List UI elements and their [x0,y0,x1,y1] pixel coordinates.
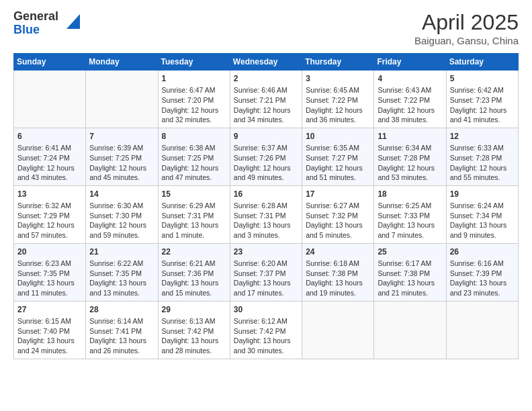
day-info: Sunrise: 6:30 AM Sunset: 7:30 PM Dayligh… [89,201,154,240]
table-row: 17Sunrise: 6:27 AM Sunset: 7:32 PM Dayli… [302,185,374,243]
table-row: 2Sunrise: 6:46 AM Sunset: 7:21 PM Daylig… [230,71,302,128]
table-row: 24Sunrise: 6:18 AM Sunset: 7:38 PM Dayli… [302,243,374,301]
calendar-week-row: 1Sunrise: 6:47 AM Sunset: 7:20 PM Daylig… [14,71,519,128]
day-number: 16 [234,189,298,199]
table-row: 30Sunrise: 6:12 AM Sunset: 7:42 PM Dayli… [230,301,302,359]
table-row: 13Sunrise: 6:32 AM Sunset: 7:29 PM Dayli… [14,185,86,243]
day-info: Sunrise: 6:18 AM Sunset: 7:38 PM Dayligh… [306,259,370,298]
day-number: 8 [162,131,226,142]
day-number: 15 [162,189,226,199]
calendar-week-row: 13Sunrise: 6:32 AM Sunset: 7:29 PM Dayli… [14,185,519,243]
table-row [374,301,446,359]
table-row [86,71,158,128]
day-number: 9 [234,131,298,142]
day-number: 12 [450,131,515,142]
day-number: 27 [17,304,82,315]
day-number: 25 [378,246,442,257]
table-row: 23Sunrise: 6:20 AM Sunset: 7:37 PM Dayli… [230,243,302,301]
logo: General Blue [13,10,80,37]
day-number: 10 [306,131,370,142]
table-row [302,301,374,359]
table-row: 5Sunrise: 6:42 AM Sunset: 7:23 PM Daylig… [446,71,518,128]
logo-triangle-icon [61,14,80,33]
day-number: 2 [234,73,298,84]
table-row: 20Sunrise: 6:23 AM Sunset: 7:35 PM Dayli… [14,243,86,301]
day-number: 23 [234,246,298,257]
day-info: Sunrise: 6:35 AM Sunset: 7:27 PM Dayligh… [306,143,370,183]
calendar-table: Sunday Monday Tuesday Wednesday Thursday… [13,53,519,359]
day-number: 13 [17,189,82,199]
month-title: April 2025 [414,10,519,35]
day-info: Sunrise: 6:25 AM Sunset: 7:33 PM Dayligh… [378,201,442,240]
page: General Blue April 2025 Baiguan, Gansu, … [0,0,532,411]
day-info: Sunrise: 6:22 AM Sunset: 7:35 PM Dayligh… [89,259,154,298]
day-number: 6 [17,131,82,142]
day-info: Sunrise: 6:23 AM Sunset: 7:35 PM Dayligh… [17,259,82,298]
day-info: Sunrise: 6:37 AM Sunset: 7:26 PM Dayligh… [234,143,298,183]
day-info: Sunrise: 6:17 AM Sunset: 7:38 PM Dayligh… [378,259,442,298]
day-number: 3 [306,73,370,84]
table-row: 18Sunrise: 6:25 AM Sunset: 7:33 PM Dayli… [374,185,446,243]
day-info: Sunrise: 6:28 AM Sunset: 7:31 PM Dayligh… [234,201,298,240]
day-info: Sunrise: 6:33 AM Sunset: 7:28 PM Dayligh… [450,143,515,183]
day-info: Sunrise: 6:20 AM Sunset: 7:37 PM Dayligh… [234,259,298,298]
day-info: Sunrise: 6:46 AM Sunset: 7:21 PM Dayligh… [234,85,298,125]
table-row: 11Sunrise: 6:34 AM Sunset: 7:28 PM Dayli… [374,128,446,185]
header-wednesday: Wednesday [230,54,302,71]
day-number: 4 [378,73,442,84]
day-info: Sunrise: 6:13 AM Sunset: 7:42 PM Dayligh… [162,316,226,356]
table-row: 21Sunrise: 6:22 AM Sunset: 7:35 PM Dayli… [86,243,158,301]
table-row: 29Sunrise: 6:13 AM Sunset: 7:42 PM Dayli… [158,301,230,359]
calendar-header-row: Sunday Monday Tuesday Wednesday Thursday… [14,54,519,71]
day-info: Sunrise: 6:16 AM Sunset: 7:39 PM Dayligh… [450,259,515,298]
location-subtitle: Baiguan, Gansu, China [414,35,519,46]
header-saturday: Saturday [446,54,518,71]
day-info: Sunrise: 6:14 AM Sunset: 7:41 PM Dayligh… [89,316,154,356]
table-row: 25Sunrise: 6:17 AM Sunset: 7:38 PM Dayli… [374,243,446,301]
table-row: 28Sunrise: 6:14 AM Sunset: 7:41 PM Dayli… [86,301,158,359]
logo-text: General Blue [13,10,58,37]
day-number: 5 [450,73,515,84]
header: General Blue April 2025 Baiguan, Gansu, … [13,10,519,46]
day-info: Sunrise: 6:24 AM Sunset: 7:34 PM Dayligh… [450,201,515,240]
day-info: Sunrise: 6:21 AM Sunset: 7:36 PM Dayligh… [162,259,226,298]
calendar-week-row: 20Sunrise: 6:23 AM Sunset: 7:35 PM Dayli… [14,243,519,301]
table-row: 10Sunrise: 6:35 AM Sunset: 7:27 PM Dayli… [302,128,374,185]
day-info: Sunrise: 6:43 AM Sunset: 7:22 PM Dayligh… [378,85,442,125]
day-info: Sunrise: 6:41 AM Sunset: 7:24 PM Dayligh… [17,143,82,183]
header-tuesday: Tuesday [158,54,230,71]
table-row: 26Sunrise: 6:16 AM Sunset: 7:39 PM Dayli… [446,243,518,301]
table-row: 6Sunrise: 6:41 AM Sunset: 7:24 PM Daylig… [14,128,86,185]
table-row: 16Sunrise: 6:28 AM Sunset: 7:31 PM Dayli… [230,185,302,243]
table-row: 12Sunrise: 6:33 AM Sunset: 7:28 PM Dayli… [446,128,518,185]
header-thursday: Thursday [302,54,374,71]
logo-general: General [13,10,58,24]
day-info: Sunrise: 6:12 AM Sunset: 7:42 PM Dayligh… [234,316,298,356]
day-info: Sunrise: 6:34 AM Sunset: 7:28 PM Dayligh… [378,143,442,183]
table-row: 15Sunrise: 6:29 AM Sunset: 7:31 PM Dayli… [158,185,230,243]
calendar-week-row: 27Sunrise: 6:15 AM Sunset: 7:40 PM Dayli… [14,301,519,359]
table-row: 8Sunrise: 6:38 AM Sunset: 7:25 PM Daylig… [158,128,230,185]
day-number: 17 [306,189,370,199]
day-number: 1 [162,73,226,84]
day-number: 30 [234,304,298,315]
logo-blue: Blue [13,24,58,37]
day-info: Sunrise: 6:15 AM Sunset: 7:40 PM Dayligh… [17,316,82,356]
day-info: Sunrise: 6:29 AM Sunset: 7:31 PM Dayligh… [162,201,226,240]
table-row: 4Sunrise: 6:43 AM Sunset: 7:22 PM Daylig… [374,71,446,128]
table-row: 3Sunrise: 6:45 AM Sunset: 7:22 PM Daylig… [302,71,374,128]
table-row: 27Sunrise: 6:15 AM Sunset: 7:40 PM Dayli… [14,301,86,359]
day-info: Sunrise: 6:39 AM Sunset: 7:25 PM Dayligh… [89,143,154,183]
day-number: 11 [378,131,442,142]
day-number: 26 [450,246,515,257]
title-block: April 2025 Baiguan, Gansu, China [414,10,519,46]
table-row: 14Sunrise: 6:30 AM Sunset: 7:30 PM Dayli… [86,185,158,243]
table-row [14,71,86,128]
day-info: Sunrise: 6:47 AM Sunset: 7:20 PM Dayligh… [162,85,226,125]
day-info: Sunrise: 6:42 AM Sunset: 7:23 PM Dayligh… [450,85,515,125]
header-monday: Monday [86,54,158,71]
table-row: 7Sunrise: 6:39 AM Sunset: 7:25 PM Daylig… [86,128,158,185]
table-row [446,301,518,359]
calendar-week-row: 6Sunrise: 6:41 AM Sunset: 7:24 PM Daylig… [14,128,519,185]
header-friday: Friday [374,54,446,71]
